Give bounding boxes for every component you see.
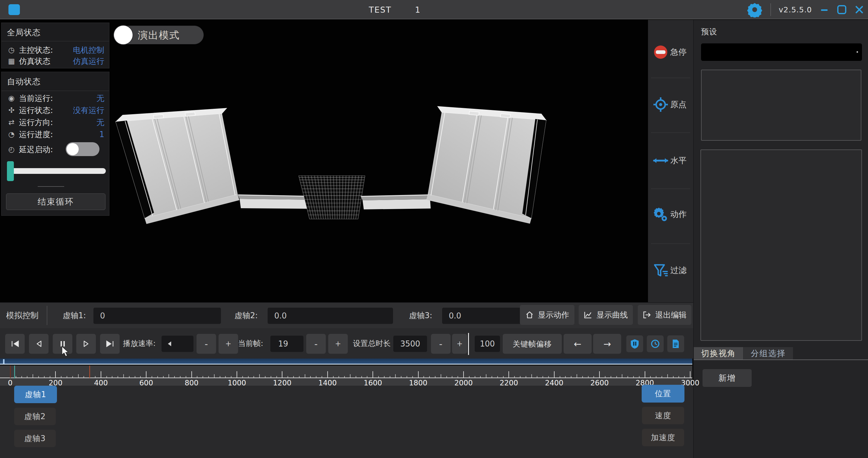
rate-input[interactable] (161, 336, 193, 352)
ruler-tick (361, 376, 362, 378)
ruler-tick (458, 376, 458, 378)
ruler-tick (101, 371, 101, 378)
document-button[interactable] (667, 335, 684, 352)
performance-mode-pill[interactable]: 演出模式 (115, 26, 204, 44)
step-back-button[interactable] (29, 334, 49, 354)
play-circle-icon: ◉ (7, 94, 16, 103)
close-button[interactable] (855, 5, 864, 14)
preset-list-box[interactable] (701, 70, 861, 141)
timeline-ruler[interactable]: 0200400600800100012001400160018002000220… (0, 365, 692, 386)
ruler-tick (627, 376, 628, 378)
timeline-range-band[interactable] (0, 359, 692, 365)
axis1-input[interactable]: 0 (93, 308, 221, 324)
progress-slider[interactable] (7, 161, 106, 181)
offset-right-button[interactable]: → (593, 334, 621, 354)
mode-toggle-knob[interactable] (114, 26, 133, 44)
refresh-circle-icon (650, 339, 660, 349)
track-axis1-button[interactable]: 虚轴1 (14, 386, 57, 403)
version-label: v2.5.5.0 (779, 5, 812, 14)
tool-emergency-stop[interactable]: 急停 (648, 37, 693, 67)
shield-pause-button[interactable] (626, 335, 643, 352)
offset-value-input[interactable]: 100 (475, 336, 500, 352)
status-row-sim: ▦ 仿真状态 仿真运行 (7, 56, 104, 66)
action-gears-icon (653, 206, 669, 222)
ruler-tick (61, 376, 61, 378)
progress-icon: ◔ (7, 130, 16, 139)
viewport-3d-scene (110, 19, 648, 302)
ruler-tick (38, 376, 39, 378)
ruler-tick (611, 376, 611, 378)
maximize-button[interactable] (837, 4, 847, 15)
app-icon[interactable] (8, 4, 20, 15)
ruler-tick (106, 376, 107, 378)
tool-origin[interactable]: 原点 (648, 90, 693, 120)
preset-title: 预设 (701, 27, 717, 37)
curve-position-button[interactable]: 位置 (642, 385, 684, 402)
frame-input[interactable]: 19 (270, 336, 304, 352)
ruler-tick (599, 371, 600, 378)
sim-control-label: 模拟控制 (6, 303, 38, 328)
track-axis2-button[interactable]: 虚轴2 (14, 408, 56, 425)
preset-combo-box[interactable] (701, 43, 862, 61)
ruler-tick (259, 374, 260, 378)
delay-start-toggle[interactable] (66, 142, 99, 156)
slider-track[interactable] (7, 168, 106, 174)
tab-switch-view[interactable]: 切换视角 (694, 347, 743, 359)
step-forward-button[interactable] (76, 334, 96, 354)
ruler-tick (299, 376, 300, 378)
ruler-tick (384, 376, 384, 378)
tool-action[interactable]: 动作 (648, 199, 693, 229)
show-curve-button[interactable]: 显示曲线 (579, 305, 633, 325)
offset-left-button[interactable]: ← (564, 334, 592, 354)
exit-edit-button[interactable]: 退出编辑 (638, 305, 691, 325)
ruler-tick (605, 376, 606, 378)
tool-level[interactable]: 水平 (648, 145, 693, 176)
curve-accel-button[interactable]: 加速度 (642, 429, 684, 446)
panel-mini-divider (38, 186, 64, 187)
timeline-tracks: 虚轴1 虚轴2 虚轴3 位置 速度 加速度 (0, 386, 693, 458)
rate-plus-button[interactable]: + (218, 334, 238, 354)
playhead[interactable] (14, 365, 15, 379)
keyframe-marker[interactable] (10, 365, 11, 378)
frame-minus-button[interactable]: - (306, 334, 326, 354)
ruler-tick (174, 376, 175, 378)
tool-filter[interactable]: 过滤 (648, 255, 693, 285)
skip-start-button[interactable] (5, 334, 25, 354)
show-action-button[interactable]: 显示动作 (520, 305, 575, 325)
axis2-input[interactable]: 0.0 (268, 308, 393, 324)
frame-plus-button[interactable]: + (328, 334, 348, 354)
duration-minus-button[interactable]: - (431, 334, 451, 354)
rate-spinner-icon (167, 341, 172, 347)
titlebar: TEST 1 v2.5.5.0 (0, 0, 868, 19)
curve-speed-button[interactable]: 速度 (642, 407, 684, 424)
settings-gear-icon[interactable] (747, 2, 763, 18)
shield-pause-icon (630, 339, 640, 349)
ruler-tick (690, 371, 690, 378)
ruler-tick (237, 371, 237, 378)
status-row-current: ◉ 当前运行: 无 (7, 93, 104, 103)
side-toolbar: 急停 原点 水平 动作 (648, 20, 693, 302)
add-button[interactable]: 新增 (703, 369, 752, 387)
rate-minus-button[interactable]: - (196, 334, 216, 354)
duration-plus-button[interactable]: + (452, 334, 467, 354)
ruler-baseline (0, 378, 692, 378)
ruler-tick (582, 376, 583, 378)
skip-end-button[interactable] (100, 334, 120, 354)
title-index: 1 (415, 5, 421, 14)
tab-group-select[interactable]: 分组选择 (744, 347, 793, 359)
transport-bar: 播放速率: - + 当前帧: 19 - + 设置总时长 3500 - + 100… (0, 328, 693, 359)
left-floor (238, 194, 314, 209)
preset-detail-box[interactable] (701, 150, 862, 341)
ruler-tick (50, 376, 50, 378)
track-axis3-button[interactable]: 虚轴3 (14, 430, 56, 447)
keyframe-offset-button[interactable]: 关键帧偏移 (503, 334, 562, 354)
refresh-circle-button[interactable] (647, 335, 664, 352)
keyframe-marker[interactable] (89, 365, 90, 378)
end-loop-button[interactable]: 结束循环 (6, 193, 105, 210)
duration-input[interactable]: 3500 (393, 336, 427, 352)
range-handle[interactable] (3, 359, 4, 364)
minimize-button[interactable] (820, 5, 829, 14)
ruler-tick (350, 374, 350, 378)
ruler-tick (429, 376, 430, 378)
slider-handle[interactable] (7, 161, 14, 181)
